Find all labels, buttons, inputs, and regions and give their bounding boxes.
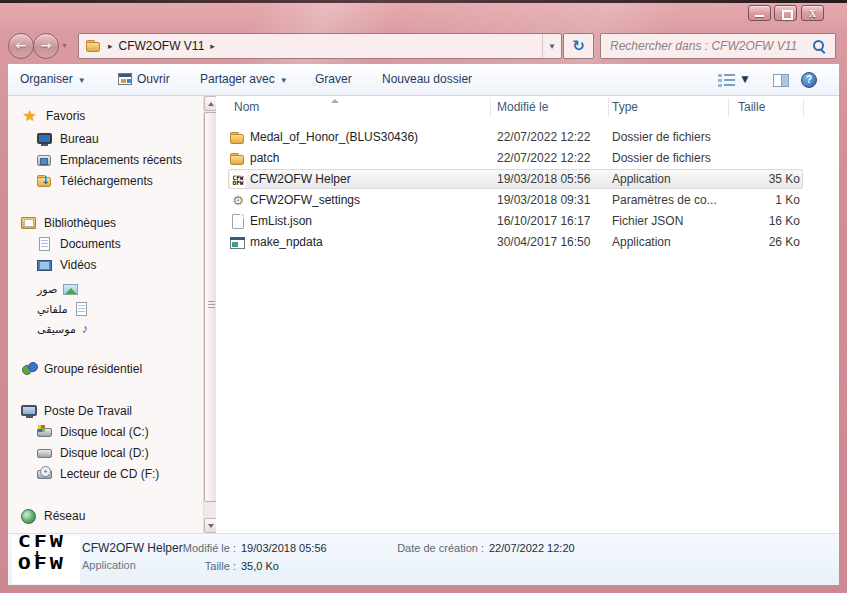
navigation-pane: ★ Favoris Bureau Emplacements récents ↓ … bbox=[8, 96, 203, 533]
file-row-emlist-json[interactable]: EmList.json 16/10/2017 16:17 Fichier JSO… bbox=[216, 211, 839, 232]
sidebar-item-documents[interactable]: Documents bbox=[37, 234, 121, 254]
sidebar-item-favoris[interactable]: ★ Favoris bbox=[8, 106, 203, 126]
maximize-button[interactable] bbox=[774, 5, 797, 21]
graver-button[interactable]: Graver bbox=[315, 64, 352, 95]
picture-icon bbox=[63, 281, 79, 297]
sidebar-item-telechargements[interactable]: ↓ Téléchargements bbox=[37, 171, 153, 191]
libraries-icon bbox=[21, 215, 37, 231]
system-drive-icon bbox=[37, 424, 53, 440]
file-row-cfw2ofw-settings[interactable]: ⚙ CFW2OFW_settings 19/03/2018 09:31 Para… bbox=[216, 190, 839, 211]
column-header-modifie[interactable]: Modifié le bbox=[497, 100, 548, 114]
maximize-icon bbox=[782, 10, 793, 20]
sidebar-item-lecteur-cd[interactable]: Lecteur de CD (F:) bbox=[37, 464, 159, 484]
address-bar[interactable]: ▸ CFW2OFW V11 ▸ ▼ bbox=[78, 33, 562, 59]
search-input[interactable] bbox=[601, 34, 810, 58]
sidebar-item-disque-d[interactable]: Disque local (D:) bbox=[37, 443, 149, 463]
folder-icon bbox=[230, 151, 246, 167]
sidebar-scrollbar[interactable] bbox=[203, 96, 216, 533]
search-icon bbox=[813, 40, 824, 51]
forward-button[interactable]: → bbox=[33, 33, 59, 59]
breadcrumb-arrow-icon[interactable]: ▸ bbox=[210, 41, 215, 51]
sort-ascending-icon bbox=[331, 99, 339, 103]
document-icon bbox=[74, 301, 90, 317]
column-header-taille[interactable]: Taille bbox=[738, 100, 765, 114]
document-icon bbox=[37, 236, 53, 252]
modified-value: 19/03/2018 05:56 bbox=[241, 542, 327, 554]
column-header-nom[interactable]: Nom bbox=[234, 100, 259, 114]
recent-places-icon bbox=[37, 152, 53, 168]
details-pane: CFW ↓ OFW CFW2OFW Helper Application Mod… bbox=[8, 533, 839, 585]
back-arrow-icon: ← bbox=[16, 38, 27, 53]
folder-icon bbox=[230, 130, 246, 146]
command-toolbar: Organiser▼ Ouvrir Partager avec▼ Graver … bbox=[8, 64, 839, 96]
cfw2ofw-large-icon: CFW ↓ OFW bbox=[12, 536, 80, 584]
file-row-medal-of-honor[interactable]: Medal_of_Honor_(BLUS30436) 22/07/2022 12… bbox=[216, 127, 839, 148]
sidebar-item-emplacements-recents[interactable]: Emplacements récents bbox=[37, 150, 182, 170]
cfw2ofw-app-icon: CFWOFW bbox=[230, 172, 246, 188]
size-value: 35,0 Ko bbox=[241, 560, 279, 572]
refresh-icon: ↻ bbox=[572, 37, 585, 55]
sidebar-item-bureau[interactable]: Bureau bbox=[37, 129, 99, 149]
close-button[interactable]: X bbox=[801, 5, 824, 21]
star-icon: ★ bbox=[23, 108, 39, 124]
history-dropdown[interactable]: ▼ bbox=[61, 42, 68, 49]
size-label: Taille : bbox=[108, 560, 236, 572]
chevron-down-icon: ▼ bbox=[78, 76, 86, 85]
created-value: 22/07/2022 12:20 bbox=[489, 542, 575, 554]
views-dropdown[interactable]: ▼ bbox=[739, 64, 751, 95]
music-note-icon: ♪ bbox=[82, 321, 98, 337]
back-button[interactable]: ← bbox=[8, 33, 34, 59]
open-icon bbox=[118, 73, 132, 85]
organiser-button[interactable]: Organiser▼ bbox=[20, 64, 86, 95]
created-label: Date de création : bbox=[338, 542, 484, 554]
window-top-edge bbox=[0, 0, 847, 3]
minimize-button[interactable] bbox=[748, 5, 771, 21]
nouveau-dossier-button[interactable]: Nouveau dossier bbox=[382, 64, 472, 95]
file-icon bbox=[230, 214, 246, 230]
chevron-down-icon: ▼ bbox=[280, 76, 288, 85]
downloads-icon: ↓ bbox=[37, 173, 53, 189]
application-icon bbox=[230, 235, 246, 251]
sidebar-item-pictures-arabic[interactable]: صور bbox=[37, 279, 79, 299]
change-view-icon[interactable] bbox=[718, 74, 735, 87]
search-box[interactable] bbox=[600, 33, 836, 59]
column-headers: Nom Modifié le Type Taille bbox=[216, 96, 839, 120]
drive-icon bbox=[37, 445, 53, 461]
folder-icon bbox=[86, 38, 102, 54]
video-icon bbox=[37, 257, 53, 273]
refresh-button[interactable]: ↻ bbox=[563, 33, 594, 59]
desktop-icon bbox=[37, 131, 53, 147]
file-rows: Medal_of_Honor_(BLUS30436) 22/07/2022 12… bbox=[216, 127, 839, 253]
modified-label: Modifié le : bbox=[108, 542, 236, 554]
preview-pane-icon[interactable] bbox=[773, 74, 789, 87]
minimize-icon bbox=[755, 15, 764, 17]
network-icon bbox=[21, 508, 37, 524]
help-button[interactable]: ? bbox=[801, 72, 817, 88]
explorer-window: X ← → ▼ ▸ CFW2OFW V11 ▸ ▼ ↻ Organiser▼ O… bbox=[0, 0, 847, 593]
sidebar-item-music-arabic[interactable]: موسيقى ♪ bbox=[37, 319, 98, 339]
file-row-cfw2ofw-helper[interactable]: CFWOFW CFW2OFW Helper 19/03/2018 05:56 A… bbox=[216, 169, 839, 190]
file-row-make-npdata[interactable]: make_npdata 30/04/2017 16:50 Application… bbox=[216, 232, 839, 253]
forward-arrow-icon: → bbox=[41, 38, 52, 53]
gear-icon: ⚙ bbox=[230, 193, 246, 209]
computer-icon bbox=[21, 403, 37, 419]
column-header-type[interactable]: Type bbox=[612, 100, 638, 114]
file-list: Nom Modifié le Type Taille Medal_of_Hono… bbox=[216, 96, 839, 533]
sidebar-item-myfiles-arabic[interactable]: ملفاتي bbox=[37, 299, 90, 319]
homegroup-icon bbox=[21, 361, 37, 377]
sidebar-item-videos[interactable]: Vidéos bbox=[37, 255, 96, 275]
partager-avec-button[interactable]: Partager avec▼ bbox=[200, 64, 288, 95]
file-row-patch[interactable]: patch 22/07/2022 12:22 Dossier de fichie… bbox=[216, 148, 839, 169]
sidebar-item-disque-c[interactable]: Disque local (C:) bbox=[37, 422, 149, 442]
ouvrir-button[interactable]: Ouvrir bbox=[137, 64, 170, 95]
sidebar-item-bibliotheques[interactable]: Bibliothèques bbox=[21, 213, 116, 233]
sidebar-item-reseau[interactable]: Réseau bbox=[21, 506, 85, 526]
breadcrumb-arrow-icon: ▸ bbox=[108, 41, 113, 51]
breadcrumb[interactable]: CFW2OFW V11 bbox=[119, 39, 205, 53]
cd-drive-icon bbox=[37, 466, 53, 482]
sidebar-item-groupe-residentiel[interactable]: Groupe résidentiel bbox=[21, 359, 142, 379]
address-dropdown[interactable]: ▼ bbox=[542, 34, 561, 58]
sidebar-item-poste-de-travail[interactable]: Poste De Travail bbox=[21, 401, 132, 421]
